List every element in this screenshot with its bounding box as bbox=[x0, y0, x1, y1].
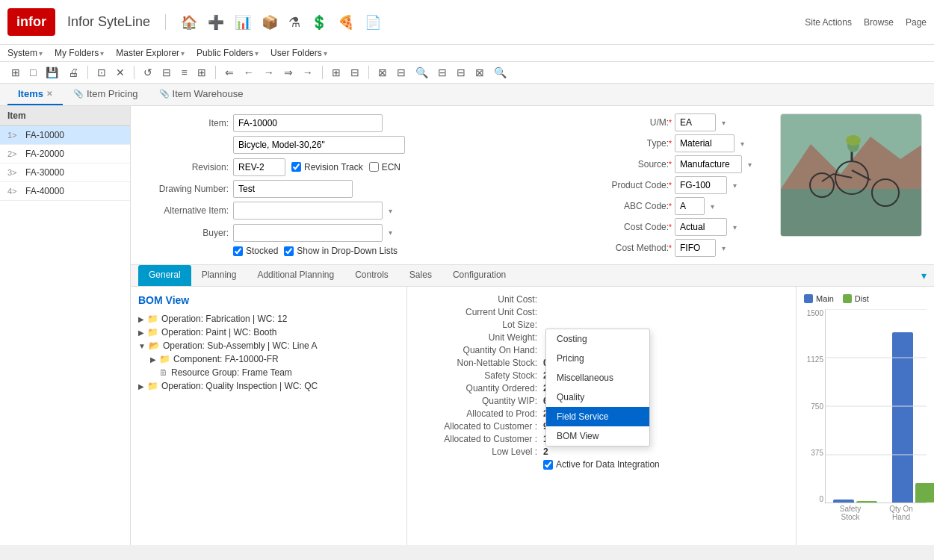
dropdown-costing[interactable]: Costing bbox=[546, 329, 649, 349]
cost-code-dropdown-icon[interactable]: ▾ bbox=[733, 223, 737, 231]
item-list-row-3[interactable]: 3> FA-30000 bbox=[0, 164, 130, 182]
source-input[interactable] bbox=[675, 155, 742, 173]
dropdown-pricing[interactable]: Pricing bbox=[546, 349, 649, 368]
inner-tab-configuration[interactable]: Configuration bbox=[442, 265, 516, 286]
toolbar-refresh[interactable]: ↺ bbox=[140, 64, 156, 81]
buyer-dropdown-icon[interactable]: ▾ bbox=[389, 228, 392, 237]
infor-logo: infor bbox=[7, 8, 55, 36]
abc-code-input[interactable] bbox=[675, 197, 705, 215]
type-input[interactable] bbox=[675, 134, 734, 152]
dropdown-field-service[interactable]: Field Service bbox=[546, 407, 649, 426]
inner-tab-additional-planning[interactable]: Additional Planning bbox=[247, 265, 344, 286]
bom-node-6[interactable]: ▶ 📁 Operation: Quality Inspection | WC: … bbox=[138, 379, 399, 393]
item-desc-input[interactable] bbox=[233, 136, 405, 154]
bom-node-3[interactable]: ▼ 📂 Operation: Sub-Assembly | WC: Line A bbox=[138, 339, 399, 352]
toolbar-open[interactable]: □ bbox=[26, 64, 40, 81]
stocked-check[interactable] bbox=[233, 246, 243, 256]
toolbar-forward-more[interactable]: ⇒ bbox=[280, 64, 297, 81]
tab-item-pricing[interactable]: 📎 Item Pricing bbox=[63, 84, 149, 105]
pie-icon[interactable]: 🍕 bbox=[338, 14, 354, 31]
bom-node-1[interactable]: ▶ 📁 Operation: Fabrication | WC: 12 bbox=[138, 312, 399, 326]
site-actions-link[interactable]: Site Actions bbox=[805, 17, 852, 28]
cost-method-input[interactable] bbox=[675, 239, 716, 257]
toolbar-action1[interactable]: ⊠ bbox=[374, 64, 391, 81]
product-code-dropdown-icon[interactable]: ▾ bbox=[733, 181, 737, 190]
um-dropdown-icon[interactable]: ▾ bbox=[722, 119, 726, 127]
stocked-checkbox[interactable]: Stocked bbox=[233, 246, 278, 256]
item-input[interactable] bbox=[233, 114, 383, 132]
bom-node-4[interactable]: ▶ 📁 Component: FA-10000-FR bbox=[138, 352, 399, 366]
dollar-icon[interactable]: 💲 bbox=[311, 14, 327, 31]
toolbar-delete[interactable]: ✕ bbox=[112, 64, 129, 81]
cost-method-dropdown-icon[interactable]: ▾ bbox=[722, 244, 726, 252]
toolbar-back-first[interactable]: ⇐ bbox=[221, 64, 238, 81]
toolbar-action4[interactable]: ⊟ bbox=[434, 64, 451, 81]
menu-userfolders[interactable]: User Folders▾ bbox=[270, 48, 327, 58]
ecn-check[interactable] bbox=[369, 162, 379, 172]
toolbar-action5[interactable]: ⊟ bbox=[453, 64, 469, 81]
toolbar-save[interactable]: 💾 bbox=[42, 64, 62, 81]
toolbar-copy[interactable]: ⊡ bbox=[93, 64, 110, 81]
buyer-input[interactable] bbox=[233, 224, 383, 242]
item-list-row-4[interactable]: 4> FA-40000 bbox=[0, 182, 130, 201]
toolbar-add2[interactable]: ⊞ bbox=[328, 64, 344, 81]
bom-node-5[interactable]: ▶ 🗎 Resource Group: Frame Team bbox=[138, 366, 399, 379]
tab-item-warehouse[interactable]: 📎 Item Warehouse bbox=[149, 84, 254, 105]
active-data-int-check[interactable] bbox=[543, 460, 553, 470]
alternative-item-input[interactable] bbox=[233, 202, 383, 220]
dropdown-quality[interactable]: Quality bbox=[546, 388, 649, 407]
inner-tab-planning[interactable]: Planning bbox=[191, 265, 247, 286]
revision-track-check[interactable] bbox=[291, 162, 301, 172]
toolbar-print[interactable]: 🖨 bbox=[64, 64, 82, 81]
page-link[interactable]: Page bbox=[906, 17, 927, 28]
cube-icon[interactable]: 📦 bbox=[262, 14, 278, 31]
home-icon[interactable]: 🏠 bbox=[181, 14, 197, 31]
toolbar-remove[interactable]: ⊟ bbox=[347, 64, 363, 81]
toolbar-new[interactable]: ⊞ bbox=[7, 64, 24, 81]
chart-icon[interactable]: 📊 bbox=[235, 14, 251, 31]
doc-icon[interactable]: 📄 bbox=[365, 14, 381, 31]
inner-tab-sales[interactable]: Sales bbox=[399, 265, 442, 286]
toolbar-forward-last[interactable]: → bbox=[299, 64, 317, 81]
bom-node-2[interactable]: ▶ 📁 Operation: Paint | WC: Booth bbox=[138, 326, 399, 339]
menu-system[interactable]: System▾ bbox=[7, 48, 43, 58]
add-icon[interactable]: ➕ bbox=[208, 14, 224, 31]
toolbar-action2[interactable]: ⊟ bbox=[393, 64, 409, 81]
menu-publicfolders[interactable]: Public Folders▾ bbox=[197, 48, 259, 58]
cost-code-input[interactable] bbox=[675, 218, 727, 236]
drawing-number-input[interactable] bbox=[233, 180, 353, 198]
toolbar-action7[interactable]: 🔍 bbox=[490, 64, 510, 81]
revision-track-checkbox[interactable]: Revision Track bbox=[291, 162, 363, 172]
toolbar-forward[interactable]: → bbox=[260, 64, 278, 81]
item-list-row-1[interactable]: 1> FA-10000 bbox=[0, 126, 130, 145]
toolbar-back[interactable]: ← bbox=[240, 64, 258, 81]
toolbar-action6[interactable]: ⊠ bbox=[471, 64, 488, 81]
item-list-row-2[interactable]: 2> FA-20000 bbox=[0, 145, 130, 164]
tab-items-close[interactable]: ✕ bbox=[46, 90, 52, 98]
toolbar-group[interactable]: ⊞ bbox=[194, 64, 210, 81]
menu-myfolders[interactable]: My Folders▾ bbox=[55, 48, 104, 58]
toolbar-action3[interactable]: 🔍 bbox=[412, 64, 432, 81]
menu-masterexplorer[interactable]: Master Explorer▾ bbox=[116, 48, 185, 58]
inner-tab-controls[interactable]: Controls bbox=[344, 265, 399, 286]
toolbar-filter[interactable]: ⊟ bbox=[158, 64, 175, 81]
alternative-item-dropdown-icon[interactable]: ▾ bbox=[389, 207, 392, 215]
dropdown-bom-view[interactable]: BOM View bbox=[546, 426, 649, 446]
inner-tab-general[interactable]: General bbox=[138, 265, 191, 286]
tab-items[interactable]: Items ✕ bbox=[7, 84, 63, 105]
chart-area: 1500 1125 750 375 0 bbox=[804, 309, 927, 523]
um-input[interactable] bbox=[675, 113, 716, 131]
toolbar-sort[interactable]: ≡ bbox=[177, 64, 191, 81]
flask-icon[interactable]: ⚗ bbox=[288, 14, 300, 31]
ecn-checkbox[interactable]: ECN bbox=[369, 162, 400, 172]
product-code-input[interactable] bbox=[675, 176, 727, 194]
dropdown-miscellaneous[interactable]: Miscellaneous bbox=[546, 368, 649, 388]
show-dropdown-checkbox[interactable]: Show in Drop-Down Lists bbox=[284, 246, 398, 256]
source-dropdown-icon[interactable]: ▾ bbox=[748, 161, 752, 169]
browse-link[interactable]: Browse bbox=[864, 17, 894, 28]
revision-input[interactable] bbox=[233, 158, 285, 176]
abc-code-dropdown-icon[interactable]: ▾ bbox=[711, 202, 714, 211]
show-dropdown-check[interactable] bbox=[284, 246, 294, 256]
type-dropdown-icon[interactable]: ▾ bbox=[740, 140, 744, 148]
inner-tab-more[interactable]: ▾ bbox=[921, 270, 927, 281]
